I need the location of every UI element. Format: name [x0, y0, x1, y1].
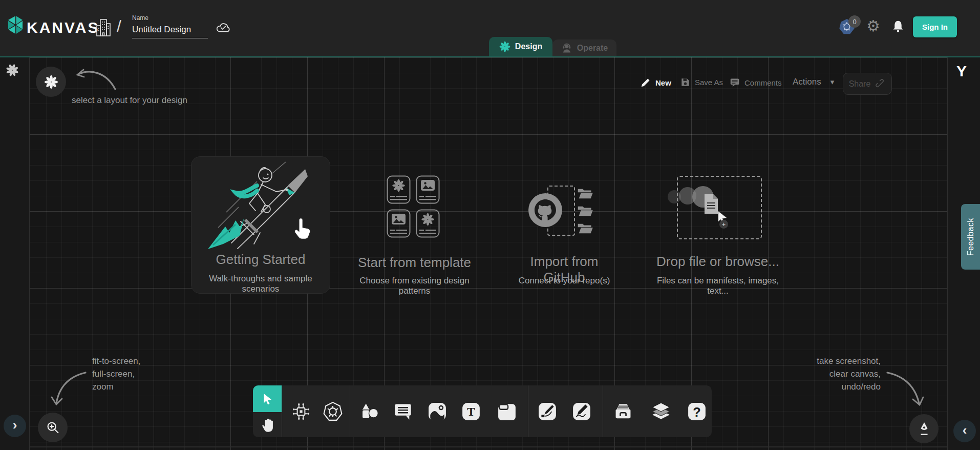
dock-divider [282, 385, 282, 437]
template-tile-spinner-icon [387, 175, 411, 204]
repo-folders [577, 188, 594, 235]
comment-icon [729, 77, 740, 88]
sign-in-button[interactable]: Sign In [913, 16, 957, 37]
magnifier-plus-icon [45, 420, 60, 435]
comment-bubble-icon [393, 402, 413, 421]
link-icon [876, 79, 886, 89]
help-tool-button[interactable]: ? [687, 401, 707, 422]
select-tool-button[interactable] [253, 385, 282, 412]
tab-operate-label: Operate [577, 44, 608, 53]
import-from-github-card[interactable]: Import from GitHub Connect to your repo(… [513, 174, 615, 290]
hand-pointer-cursor-icon [292, 216, 312, 240]
layers-tool-button[interactable] [651, 401, 671, 422]
dock-divider [603, 385, 603, 437]
image-tool-button[interactable] [427, 401, 448, 422]
chevron-down-icon: ▾ [830, 77, 835, 87]
sticky-note-tool-button[interactable] [497, 401, 517, 422]
settings-gear-icon[interactable]: ⚙ [866, 18, 880, 34]
screenshot-hint-text: take screenshot, clear canvas, undo/redo [817, 355, 881, 393]
feedback-label: Feedback [966, 218, 975, 256]
operate-headset-icon [561, 43, 572, 54]
drop-file-card[interactable]: + Drop file or browse... Files can be ma… [656, 172, 779, 290]
pen-nib-icon [917, 421, 932, 437]
loading-spinner-icon [6, 64, 19, 77]
horizontal-scroll-track[interactable] [30, 446, 947, 447]
floppy-save-icon [680, 77, 691, 88]
tab-design-label: Design [515, 42, 542, 51]
expand-right-panel-button[interactable]: ‹ [953, 420, 976, 442]
pencil-draw-icon [572, 402, 591, 421]
zoom-hint-text: fit-to-screen, full-screen, zoom [92, 355, 140, 393]
tab-operate[interactable]: Operate [552, 39, 616, 56]
layout-selector-button[interactable] [36, 67, 66, 97]
template-tile-spinner-icon [416, 209, 440, 238]
tab-design[interactable]: Design [489, 37, 552, 56]
shapes-icon [359, 402, 379, 421]
shapes-tool-button[interactable] [359, 401, 379, 422]
freehand-tool-button[interactable] [571, 401, 592, 422]
actions-dropdown[interactable]: Actions ▾ [793, 77, 834, 87]
organization-icon[interactable] [95, 17, 112, 38]
app-header: KANVAS / Name Design [0, 0, 980, 56]
layers-icon [651, 402, 671, 421]
sticky-note-icon [497, 402, 517, 421]
zoom-hint-arrow [49, 366, 90, 410]
folder-icon [577, 205, 594, 217]
screenshot-hint-arrow [883, 366, 927, 410]
actions-label: Actions [793, 77, 821, 87]
layout-hint-text: select a layout for your design [72, 95, 187, 106]
component-tool-button[interactable] [291, 401, 311, 422]
template-tile-image-icon [416, 175, 440, 204]
design-spinner-icon [499, 41, 510, 52]
getting-started-card[interactable]: Getting Started Walk-throughs and sample… [191, 156, 330, 294]
canvas-actions-button[interactable] [909, 414, 939, 443]
drawer-tool-button[interactable] [613, 401, 633, 422]
chevron-left-icon: ‹ [963, 422, 967, 438]
tool-dock: T [253, 385, 712, 437]
comments-label: Comments [744, 78, 782, 87]
save-as-button[interactable]: Save As [680, 77, 723, 88]
start-from-template-subtitle: Choose from existing design patterns [344, 276, 485, 296]
pan-tool-button[interactable] [258, 415, 278, 435]
folder-icon [577, 222, 594, 235]
pencil-new-icon [640, 77, 651, 88]
hand-pan-icon [260, 417, 275, 433]
notifications-bell-icon[interactable] [891, 19, 905, 34]
feedback-button[interactable]: Feedback [961, 204, 980, 270]
context-count-badge: 0 [848, 15, 861, 28]
chevron-right-icon: › [13, 417, 17, 433]
cloud-sync-icon [215, 22, 231, 34]
brand-title: KANVAS [27, 19, 99, 36]
dock-divider [350, 385, 350, 437]
share-button[interactable]: Share [843, 73, 892, 95]
share-label: Share [849, 79, 871, 89]
layout-flower-icon [44, 75, 58, 89]
dock-divider [528, 385, 528, 437]
pen-path-icon [538, 402, 557, 421]
folder-icon [577, 188, 594, 200]
comments-button[interactable]: Comments [729, 77, 782, 88]
comment-tool-button[interactable] [393, 401, 413, 422]
zoom-controls-button[interactable] [38, 413, 68, 442]
drawer-icon [613, 402, 633, 421]
template-tiles [387, 175, 440, 238]
help-icon: ? [687, 402, 707, 421]
text-tool-button[interactable]: T [461, 401, 481, 422]
start-from-template-card[interactable]: Start from template Choose from existing… [344, 172, 485, 290]
select-arrow-icon [261, 392, 274, 405]
kanvas-logo-icon[interactable] [6, 13, 25, 37]
layout-hint-arrow [69, 66, 120, 96]
expand-left-panel-button[interactable]: › [4, 415, 26, 437]
plus-badge-icon: + [719, 220, 728, 229]
new-design-button[interactable]: New [640, 77, 671, 88]
design-name-input[interactable] [132, 25, 208, 38]
template-tile-image-icon [387, 209, 411, 238]
component-chip-icon [291, 402, 311, 421]
start-from-template-title: Start from template [344, 255, 485, 271]
drop-file-subtitle: Files can be manifests, images, text... [656, 276, 779, 296]
kubernetes-tool-button[interactable] [323, 401, 343, 422]
pen-tool-button[interactable] [537, 401, 558, 422]
help-glyph: ? [693, 405, 700, 419]
y-watermark-icon: Y [956, 63, 967, 80]
image-icon [428, 402, 447, 421]
